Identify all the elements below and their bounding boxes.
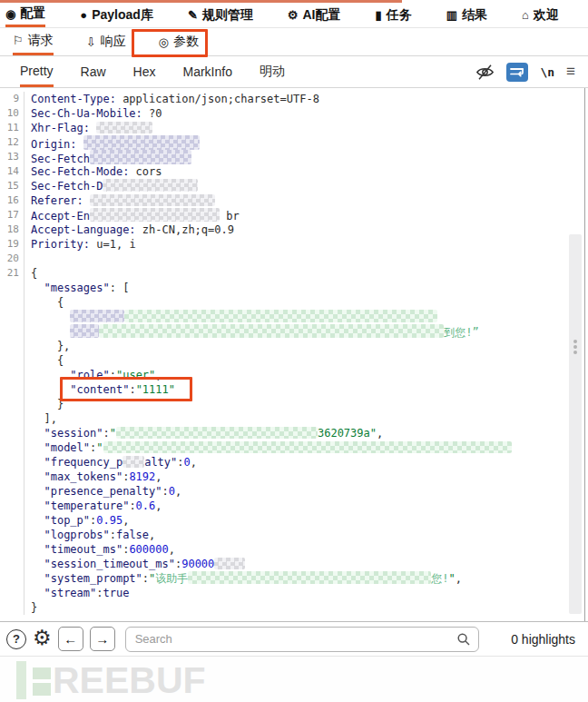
- pencil-rules-icon: ✎: [188, 9, 198, 21]
- redacted-blur: [83, 135, 200, 150]
- redacted-blur: [90, 150, 191, 164]
- search-icon: [456, 632, 471, 650]
- prev-match-button[interactable]: ←: [58, 627, 83, 651]
- code-line: },: [0, 339, 588, 353]
- tab-pretty[interactable]: Pretty: [20, 56, 54, 87]
- tab-ai-config[interactable]: ⚙ AI配置: [288, 3, 341, 27]
- code-line: 到您!”: [0, 324, 588, 339]
- line-number: [0, 310, 24, 324]
- tab-payload-library[interactable]: ● Payload库: [80, 3, 153, 27]
- code-line: }: [0, 600, 588, 615]
- code-text: Priority:: [31, 238, 90, 251]
- code-text: cors: [129, 165, 162, 178]
- vertical-scrollbar[interactable]: [569, 234, 582, 614]
- tab-raw[interactable]: Raw: [81, 56, 106, 87]
- code-text: br: [220, 210, 240, 222]
- code-text: u=1, i: [90, 238, 136, 251]
- code-line: 9Content-Type: application/json;charset=…: [0, 92, 588, 106]
- line-number: [0, 295, 24, 310]
- code-line: "session":"3620739a",: [0, 426, 588, 440]
- code-text: [77, 138, 83, 151]
- code-text: ,: [169, 543, 175, 556]
- main-tab-bar: ◉ 配置 ● Payload库 ✎ 规则管理 ⚙ AI配置 ▮ 任务 ▥ 结果 …: [0, 3, 588, 28]
- code-text: ],: [31, 412, 57, 425]
- code-text: ,: [191, 456, 197, 469]
- code-text: ,: [377, 427, 383, 440]
- code-line: 17Accept-En br: [0, 208, 588, 222]
- code-text: :: [110, 529, 116, 541]
- tab-hex[interactable]: Hex: [133, 56, 156, 87]
- tab-config[interactable]: ◉ 配置: [5, 3, 45, 27]
- line-number: 12: [0, 135, 24, 150]
- tab-welcome[interactable]: ⌂ 欢迎: [522, 3, 559, 27]
- line-number: 10: [0, 106, 24, 121]
- search-input[interactable]: [125, 627, 479, 652]
- newline-toggle-icon[interactable]: \n: [540, 65, 554, 79]
- hide-highlights-icon[interactable]: [475, 64, 495, 81]
- tab-markinfo[interactable]: MarkInfo: [183, 56, 232, 87]
- redacted-blur: [103, 179, 198, 192]
- code-line: 14Sec-Fetch-Mode: cors: [0, 164, 588, 179]
- code-line: 16Referer:: [0, 193, 588, 208]
- app-window: ◉ 配置 ● Payload库 ✎ 规则管理 ⚙ AI配置 ▮ 任务 ▥ 结果 …: [0, 0, 588, 702]
- next-match-button[interactable]: →: [90, 627, 115, 651]
- watermark-square-shape: [33, 683, 51, 696]
- code-text: application/json;charset=UTF-8: [116, 93, 319, 105]
- line-number: 16: [0, 193, 24, 208]
- code-text: "max_tokens": [44, 470, 122, 483]
- code-line: "timeout_ms":600000,: [0, 542, 588, 557]
- redacted-blur: [90, 194, 215, 206]
- target-icon: ◉: [5, 8, 15, 20]
- gear-icon[interactable]: ⚙: [33, 628, 52, 648]
- code-text: ,: [155, 470, 162, 483]
- tab-tasks[interactable]: ▮ 任务: [375, 3, 411, 27]
- code-text: 0: [184, 456, 191, 469]
- redacted-blur: [124, 310, 437, 322]
- code-text: "messages": [44, 282, 109, 294]
- code-text: :: [142, 572, 149, 585]
- tab-label: AI配置: [302, 7, 340, 24]
- code-text: :: [162, 485, 169, 498]
- tab-mingdong[interactable]: 明动: [260, 56, 285, 87]
- watermark-square-shape: [33, 667, 51, 679]
- code-text: ,: [456, 572, 462, 585]
- tab-label: 结果: [462, 7, 487, 24]
- line-number: [0, 455, 24, 470]
- annotation-box-params-tab: [132, 29, 208, 57]
- menu-icon[interactable]: ≡: [566, 63, 575, 81]
- code-text: true: [103, 587, 129, 599]
- code-line: {: [0, 353, 588, 368]
- tab-rule-management[interactable]: ✎ 规则管理: [188, 3, 253, 27]
- help-icon[interactable]: ?: [6, 629, 26, 649]
- freebuf-watermark: REEBUF: [0, 656, 588, 702]
- code-text: [31, 441, 44, 454]
- code-line: 13Sec-Fetch: [0, 150, 588, 164]
- tab-request[interactable]: ⚐ 请求: [13, 28, 54, 55]
- line-number: [0, 600, 24, 615]
- code-text: Accept-Language:: [31, 223, 136, 236]
- tab-response[interactable]: ⇩ 响应: [86, 28, 126, 55]
- code-text: 8192: [129, 470, 155, 483]
- view-tab-label: Pretty: [20, 64, 54, 78]
- download-icon: ⇩: [86, 36, 96, 48]
- code-text: ?0: [142, 107, 162, 120]
- word-wrap-toggle-icon[interactable]: [506, 63, 528, 82]
- code-text: }: [31, 398, 64, 410]
- tab-results[interactable]: ▥ 结果: [446, 3, 487, 27]
- line-number: 20: [0, 252, 24, 266]
- code-text: [31, 543, 44, 556]
- code-line: "session_timeout_ms":90000: [0, 557, 588, 571]
- code-text: 0: [169, 485, 175, 498]
- code-text: ,: [175, 485, 181, 498]
- code-text: [31, 529, 44, 541]
- code-line: "presence_penalty":0,: [0, 484, 588, 499]
- code-text: },: [31, 340, 70, 352]
- code-text: Sec-Ch-Ua-Mobile:: [31, 107, 142, 120]
- code-text: :: [129, 499, 135, 512]
- request-editor[interactable]: 9Content-Type: application/json;charset=…: [0, 88, 588, 621]
- code-line: "stream":true: [0, 586, 588, 600]
- code-text: {: [31, 296, 64, 309]
- code-text: [31, 456, 44, 469]
- redacted-blur: [214, 558, 245, 569]
- redacted-blur: [122, 456, 144, 468]
